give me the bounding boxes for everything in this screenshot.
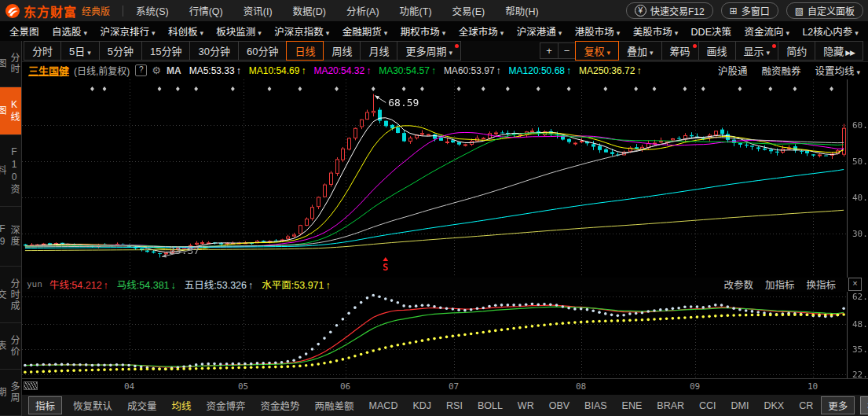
- indicator-link[interactable]: 换指标: [806, 277, 836, 292]
- indicator-tab[interactable]: 模板: [860, 396, 868, 414]
- ma-legend-item: MA5:53.33↑: [189, 65, 241, 76]
- toolbar-button[interactable]: 筹码: [661, 41, 699, 61]
- nav-item[interactable]: 港股市场▾: [575, 24, 621, 39]
- sidebar-item-6[interactable]: 多周期: [0, 370, 21, 416]
- toolbar-button[interactable]: 显示▾: [735, 41, 779, 61]
- gear-icon[interactable]: ⚙: [152, 64, 161, 76]
- titlebar-button[interactable]: ¥快速交易F12: [626, 2, 713, 19]
- sidebar-item-5[interactable]: 分价表: [0, 323, 21, 370]
- info-link[interactable]: 融资融券: [761, 63, 800, 78]
- indicator-tab[interactable]: 恢复默认: [66, 396, 119, 414]
- period-tab[interactable]: 30分钟: [189, 41, 238, 61]
- period-tab[interactable]: 周线: [323, 41, 361, 61]
- info-link[interactable]: 沪股通: [718, 63, 748, 78]
- indicator-tab[interactable]: WR: [511, 399, 541, 413]
- main-chart-canvas[interactable]: [22, 79, 868, 278]
- toolbar-button[interactable]: 复权▾: [575, 41, 619, 61]
- up-arrow-icon: ↑: [431, 65, 436, 76]
- indicator-tab[interactable]: 资金博弈: [200, 396, 253, 414]
- main-chart-area: [22, 79, 868, 276]
- menu-item[interactable]: 交易(E): [452, 3, 485, 18]
- titlebar-button[interactable]: ⊞多窗口: [721, 2, 778, 19]
- x-axis: 04050607080910: [22, 378, 868, 394]
- period-tab[interactable]: 5分钟: [99, 41, 142, 61]
- indicator-tab[interactable]: BRAR: [650, 399, 691, 413]
- menu-item[interactable]: 功能(T): [400, 3, 432, 18]
- indicator-tab[interactable]: 指标: [28, 396, 62, 414]
- menu-item[interactable]: 分析(A): [346, 3, 379, 18]
- menu-item[interactable]: 数据(D): [293, 3, 326, 18]
- lower-chart-canvas[interactable]: [22, 292, 868, 379]
- chevron-down-icon: ▾: [87, 49, 91, 57]
- nav-item[interactable]: 板块监测▾: [216, 24, 262, 39]
- indicator-tab[interactable]: DMI: [724, 399, 756, 413]
- indicator-tab[interactable]: CR: [792, 399, 820, 413]
- indicator-link[interactable]: 改参数: [723, 277, 753, 292]
- indicator-tab[interactable]: DKX: [756, 399, 791, 413]
- nav-item[interactable]: 全景图: [9, 24, 39, 39]
- indicator-tab[interactable]: BIAS: [577, 399, 614, 413]
- indicator-tab[interactable]: 均线: [165, 396, 199, 414]
- nav-item[interactable]: 资金流向▾: [744, 24, 789, 39]
- indicator-tab[interactable]: ENE: [615, 399, 650, 413]
- scrollbar-handle[interactable]: [24, 381, 38, 390]
- sidebar-item-3[interactable]: 深度F9: [0, 207, 21, 267]
- stock-name[interactable]: 三生国健: [28, 63, 69, 78]
- menu-item[interactable]: 系统(S): [136, 3, 169, 18]
- nav-item[interactable]: 全球市场▾: [459, 24, 504, 39]
- nav-item[interactable]: DDE决策: [691, 24, 731, 39]
- indicator-tab[interactable]: 两融差额: [308, 396, 361, 414]
- nav-item[interactable]: 沪深京排行▾: [100, 24, 155, 39]
- nav-item[interactable]: 金融期货▾: [342, 24, 388, 39]
- toolbar-button[interactable]: 简约: [778, 41, 815, 61]
- indicator-legend-item: 五日线:53.326↑: [185, 277, 253, 292]
- period-tab[interactable]: 更多周期▾: [397, 41, 461, 61]
- indicator-link[interactable]: 加指标: [765, 277, 795, 292]
- help-icon[interactable]: ?: [135, 64, 147, 76]
- indicator-tabs: 指标恢复默认成交量均线资金博弈资金趋势两融差额MACDKDJRSIBOLLWRO…: [22, 394, 868, 416]
- custom-panel-icon: ▧: [795, 6, 804, 17]
- period-tab[interactable]: 日线: [286, 41, 324, 61]
- indicator-tab[interactable]: 更多: [821, 396, 855, 414]
- toolbar-button[interactable]: 隐藏▶▶: [815, 41, 863, 61]
- menu-item[interactable]: 资讯(I): [244, 3, 273, 18]
- nav-item[interactable]: 美股市场▾: [633, 24, 679, 39]
- menu-item[interactable]: 行情(Q): [189, 3, 223, 18]
- close-indicator-button[interactable]: ×: [848, 278, 862, 291]
- nav-item[interactable]: 自选股▾: [52, 24, 87, 39]
- indicator-tab[interactable]: KDJ: [405, 399, 438, 413]
- titlebar-button[interactable]: ▧自定义面板: [786, 2, 863, 19]
- menu-item[interactable]: 帮助(H): [505, 3, 538, 18]
- nav-item[interactable]: L2核心内参▾: [802, 24, 858, 39]
- ma-legend-item: MA60:53.97↑: [444, 65, 501, 76]
- period-tab[interactable]: 月线: [360, 41, 397, 61]
- sidebar-item-0[interactable]: 分时图: [0, 41, 21, 87]
- sidebar-item-2[interactable]: F10资料: [0, 135, 21, 207]
- ma-settings-link[interactable]: 设置均线▾: [815, 63, 860, 78]
- indicator-tab[interactable]: MACD: [362, 399, 405, 413]
- nav-item[interactable]: 科创板▾: [168, 24, 203, 39]
- sidebar-item-1[interactable]: K线图: [0, 87, 21, 135]
- nav-item[interactable]: 期权市场▾: [401, 24, 446, 39]
- indicator-tab[interactable]: 成交量: [120, 396, 164, 414]
- chevron-down-icon: ▾: [650, 49, 654, 57]
- logo-badge: 经典版: [82, 4, 110, 17]
- toolbar-button[interactable]: 画线: [698, 41, 736, 61]
- period-tab[interactable]: 分时: [24, 41, 61, 61]
- nav-item[interactable]: 沪深京指数▾: [274, 24, 329, 39]
- period-tab[interactable]: 15分钟: [141, 41, 190, 61]
- toolbar-button[interactable]: +: [540, 42, 559, 59]
- multi-window-icon: ⊞: [730, 6, 738, 17]
- period-tab[interactable]: 5日▾: [60, 41, 100, 61]
- indicator-tab[interactable]: BOLL: [471, 399, 510, 413]
- toolbar-button[interactable]: 叠加▾: [618, 41, 662, 61]
- nav-item[interactable]: 沪深港通▾: [517, 24, 562, 39]
- titlebar-divider: [123, 6, 123, 17]
- toolbar-button[interactable]: −: [558, 42, 577, 59]
- sidebar-item-4[interactable]: 分时成交: [0, 267, 21, 323]
- indicator-tab[interactable]: 资金趋势: [254, 396, 307, 414]
- period-tab[interactable]: 60分钟: [238, 41, 287, 61]
- indicator-tab[interactable]: CCI: [692, 399, 723, 413]
- indicator-tab[interactable]: OBV: [542, 399, 577, 413]
- indicator-tab[interactable]: RSI: [439, 399, 470, 413]
